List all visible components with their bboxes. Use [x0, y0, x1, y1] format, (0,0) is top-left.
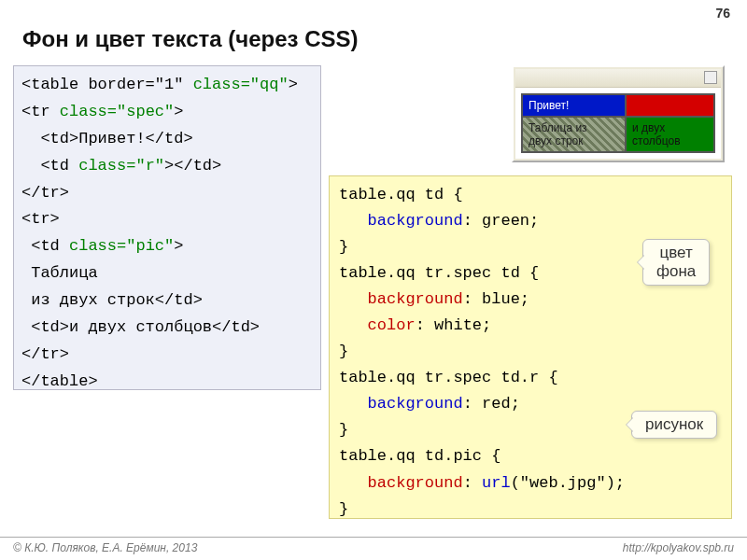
code-line: } [339, 238, 348, 256]
code-line: table.qq tr.spec td.r { [339, 369, 558, 386]
callout-picture: рисунок [631, 411, 717, 439]
code-line: table.qq td.pic { [339, 447, 500, 465]
code-line: <td>и двух столбцов</td> [21, 318, 260, 336]
code-line: ("web.jpg"); [511, 474, 625, 492]
code-line: } [339, 343, 348, 360]
cell-text: столбцов [632, 134, 680, 147]
cell-text: Таблица из [529, 121, 587, 134]
footer: © К.Ю. Поляков, Е.А. Ерёмин, 2013 http:/… [0, 537, 747, 554]
preview-toolbar [515, 69, 721, 88]
code-line: </table> [21, 372, 98, 390]
code-line: > [289, 76, 298, 93]
code-prop: background [339, 290, 463, 308]
code-line: </tr> [21, 345, 69, 363]
code-prop: color [339, 316, 416, 334]
preview-table: Привет! Таблица из двух строк и двух сто… [521, 93, 715, 153]
code-attr: class="spec" [60, 103, 174, 120]
code-line: table.qq td { [339, 186, 463, 203]
css-code-block: table.qq td { background: green; } table… [329, 175, 732, 519]
cell-pic: Таблица из двух строк [522, 117, 626, 152]
code-line: </tr> [21, 184, 69, 202]
cell-green: и двух столбцов [626, 117, 714, 152]
footer-copyright: © К.Ю. Поляков, Е.А. Ерёмин, 2013 [13, 541, 197, 554]
code-line: : red; [463, 395, 520, 413]
code-line: <td [21, 237, 69, 255]
code-line: <tr [21, 103, 60, 120]
window-button-icon [704, 71, 717, 84]
code-prop: background [339, 474, 463, 492]
code-attr: class="r" [78, 157, 164, 175]
page-number: 76 [715, 6, 730, 21]
preview-body: Привет! Таблица из двух строк и двух сто… [515, 88, 721, 159]
code-line: : white; [416, 316, 492, 334]
callout-text: фона [656, 262, 696, 280]
code-prop: background [339, 212, 463, 230]
callout-bg-color: цвет фона [642, 239, 710, 286]
code-func: url [482, 474, 511, 492]
code-line: <td>Привет!</td> [21, 130, 193, 147]
cell-hello: Привет! [522, 94, 626, 117]
code-line: <table border="1" [21, 76, 193, 93]
html-code-block: <table border="1" class="qq"> <tr class=… [13, 65, 321, 390]
cell-red [626, 94, 714, 117]
callout-text: цвет [660, 244, 693, 261]
cell-text: и двух [632, 121, 665, 134]
code-line: : [463, 474, 482, 492]
code-line: > [174, 237, 183, 255]
code-attr: class="pic" [69, 237, 174, 255]
code-prop: background [339, 395, 463, 413]
code-line: <td [21, 157, 78, 175]
table-row: Таблица из двух строк и двух столбцов [522, 117, 714, 152]
footer-url: http://kpolyakov.spb.ru [623, 541, 734, 554]
callout-text: рисунок [645, 415, 703, 433]
code-line: ></td> [164, 157, 221, 175]
code-line: } [339, 500, 348, 518]
code-line: Таблица [21, 264, 98, 282]
slide-title: Фон и цвет текста (через CSS) [22, 26, 359, 52]
code-line: > [174, 103, 183, 120]
code-line: table.qq tr.spec td { [339, 264, 539, 282]
code-line: <tr> [21, 210, 60, 228]
code-line: из двух строк</td> [21, 291, 203, 309]
preview-window: Привет! Таблица из двух строк и двух сто… [512, 65, 725, 162]
code-attr: class="qq" [193, 76, 289, 93]
cell-text: двух строк [529, 134, 584, 147]
code-line: : green; [463, 212, 540, 230]
table-row: Привет! [522, 94, 714, 117]
code-line: } [339, 421, 348, 439]
code-line: : blue; [463, 290, 529, 308]
